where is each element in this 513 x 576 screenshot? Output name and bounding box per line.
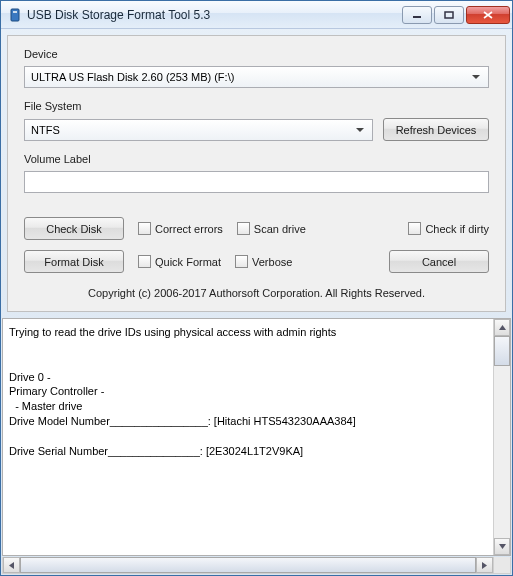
chevron-down-icon	[468, 67, 484, 87]
horizontal-scrollbar[interactable]	[2, 557, 511, 574]
correct-errors-checkbox[interactable]: Correct errors	[138, 222, 223, 235]
maximize-button[interactable]	[434, 6, 464, 24]
scroll-track[interactable]	[494, 336, 510, 538]
checkbox-label: Scan drive	[254, 223, 306, 235]
filesystem-select[interactable]: NTFS	[24, 119, 373, 141]
format-row: Format Disk Quick Format Verbose Cancel	[24, 250, 489, 273]
refresh-devices-button[interactable]: Refresh Devices	[383, 118, 489, 141]
quick-format-checkbox[interactable]: Quick Format	[138, 255, 221, 268]
vertical-scrollbar[interactable]	[493, 319, 510, 555]
scan-drive-checkbox[interactable]: Scan drive	[237, 222, 306, 235]
checkbox-icon	[408, 222, 421, 235]
log-text[interactable]: Trying to read the drive IDs using physi…	[3, 319, 493, 555]
scroll-track[interactable]	[20, 557, 476, 573]
main-panel: Device ULTRA US Flash Disk 2.60 (253 MB)…	[7, 35, 506, 312]
svg-rect-0	[11, 9, 19, 21]
close-button[interactable]	[466, 6, 510, 24]
checkbox-label: Quick Format	[155, 256, 221, 268]
filesystem-label: File System	[24, 100, 489, 112]
check-disk-button[interactable]: Check Disk	[24, 217, 124, 240]
app-window: USB Disk Storage Format Tool 5.3 Device …	[0, 0, 513, 576]
checkbox-icon	[235, 255, 248, 268]
check-row: Check Disk Correct errors Scan drive Che…	[24, 217, 489, 240]
minimize-button[interactable]	[402, 6, 432, 24]
svg-rect-2	[413, 16, 421, 18]
device-select[interactable]: ULTRA US Flash Disk 2.60 (253 MB) (F:\)	[24, 66, 489, 88]
app-icon	[7, 7, 23, 23]
scroll-down-icon[interactable]	[494, 538, 510, 555]
volume-label-label: Volume Label	[24, 153, 489, 165]
svg-rect-3	[445, 12, 453, 18]
scrollbar-corner	[493, 557, 510, 573]
window-title: USB Disk Storage Format Tool 5.3	[27, 8, 402, 22]
checkbox-label: Correct errors	[155, 223, 223, 235]
device-selected-value: ULTRA US Flash Disk 2.60 (253 MB) (F:\)	[31, 71, 468, 83]
checkbox-icon	[237, 222, 250, 235]
format-disk-button[interactable]: Format Disk	[24, 250, 124, 273]
scroll-thumb[interactable]	[494, 336, 510, 366]
verbose-checkbox[interactable]: Verbose	[235, 255, 292, 268]
cancel-button[interactable]: Cancel	[389, 250, 489, 273]
scroll-thumb[interactable]	[20, 557, 476, 573]
checkbox-label: Verbose	[252, 256, 292, 268]
window-controls	[402, 6, 510, 24]
scroll-left-icon[interactable]	[3, 557, 20, 573]
chevron-down-icon	[352, 120, 368, 140]
volume-label-input[interactable]	[24, 171, 489, 193]
checkbox-label: Check if dirty	[425, 223, 489, 235]
scroll-right-icon[interactable]	[476, 557, 493, 573]
device-label: Device	[24, 48, 489, 60]
copyright-text: Copyright (c) 2006-2017 Authorsoft Corpo…	[24, 287, 489, 299]
svg-rect-1	[13, 11, 17, 13]
filesystem-selected-value: NTFS	[31, 124, 352, 136]
checkbox-icon	[138, 255, 151, 268]
checkbox-icon	[138, 222, 151, 235]
scroll-up-icon[interactable]	[494, 319, 510, 336]
check-if-dirty-checkbox[interactable]: Check if dirty	[408, 222, 489, 235]
log-output: Trying to read the drive IDs using physi…	[2, 318, 511, 556]
titlebar: USB Disk Storage Format Tool 5.3	[1, 1, 512, 29]
